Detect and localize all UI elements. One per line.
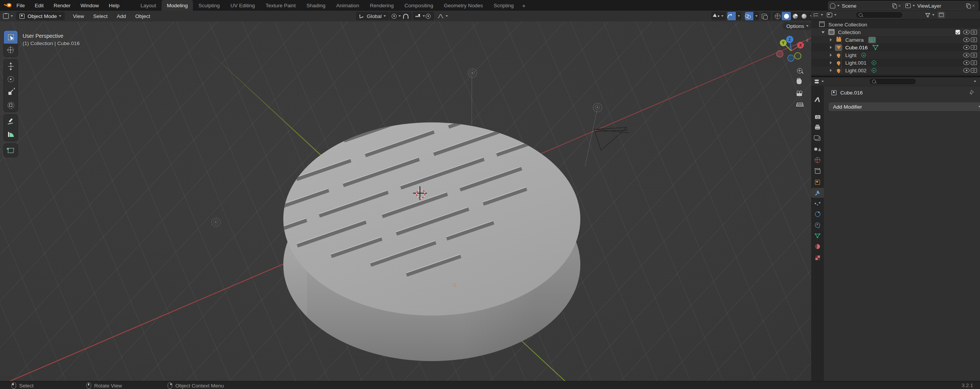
scene-name[interactable]: Scene [840,3,892,9]
shading-solid-button[interactable] [782,12,791,20]
outliner-filter-mode-dropdown[interactable] [827,13,836,17]
breadcrumb-object-name[interactable]: Cube.016 [840,90,863,96]
menu-render[interactable]: Render [49,0,75,11]
pin-icon[interactable] [970,90,975,95]
properties-options-dropdown[interactable] [974,81,976,82]
editor-type-button[interactable] [3,13,13,19]
tab-collection[interactable] [811,166,824,176]
workspace-tab-animation[interactable]: Animation [331,0,364,11]
tab-view-layer[interactable] [811,133,824,143]
gizmo-settings-dropdown[interactable] [736,12,742,20]
viewlayer-name[interactable]: ViewLayer [915,3,966,9]
outliner-row-scene-collection[interactable]: Scene Collection [811,21,980,28]
remove-viewlayer-icon[interactable]: × [970,3,977,9]
3d-viewport[interactable]: User Perspective (1) Collection | Cube.0… [0,21,811,381]
workspace-tab-geometry-nodes[interactable]: Geometry Nodes [439,0,488,11]
tab-material[interactable] [811,241,824,251]
toggle-orthographic-icon[interactable] [797,102,804,109]
zoom-view-icon[interactable] [797,68,805,76]
disclosure-icon[interactable] [830,61,832,64]
shading-wireframe-button[interactable] [773,12,782,20]
disable-render-icon[interactable] [971,45,977,50]
light-object[interactable] [211,218,220,227]
hide-eye-icon[interactable] [963,37,970,42]
gizmo-neg-x-axis[interactable] [777,51,783,57]
overlays-settings-dropdown[interactable] [753,12,759,20]
tab-tool[interactable] [811,94,824,104]
tab-modifiers[interactable] [811,188,824,198]
show-overlays-toggle[interactable] [745,12,753,20]
outliner-row-camera[interactable]: Camera [811,36,980,44]
menu-window[interactable]: Window [75,0,104,11]
gizmo-neg-y-axis[interactable] [795,53,801,59]
disclosure-icon[interactable] [830,38,832,41]
outliner-display-mode-dropdown[interactable] [814,13,823,17]
disable-render-icon[interactable] [971,60,977,65]
tab-output[interactable] [811,123,824,133]
tool-select-box[interactable] [4,31,18,44]
menu-object[interactable]: Object [131,13,155,19]
outliner-row-light-002[interactable]: Light.002 [811,67,980,74]
new-viewlayer-icon[interactable] [966,3,970,8]
show-gizmo-toggle[interactable] [727,12,736,20]
properties-editor-type-dropdown[interactable] [815,80,824,84]
tab-particles[interactable] [811,199,824,208]
workspace-tab-compositing[interactable]: Compositing [399,0,438,11]
properties-search-input[interactable] [869,78,916,85]
tool-add-primitive[interactable]: + [4,144,18,157]
menu-file[interactable]: File [11,0,30,11]
outliner-row-collection[interactable]: Collection [811,28,980,36]
pivot-point-dropdown[interactable] [389,12,403,20]
mode-dropdown[interactable]: Object Mode [16,12,65,20]
outliner-row-light-001[interactable]: Light.001 [811,59,980,67]
tab-scene[interactable] [811,144,824,154]
snap-settings-dropdown[interactable] [413,12,427,20]
tab-world[interactable] [811,155,824,165]
shading-material-button[interactable] [791,12,800,20]
hide-eye-icon[interactable] [963,45,970,50]
outliner-row-light[interactable]: Light [811,51,980,59]
tab-texture[interactable] [811,253,824,263]
proportional-falloff-dropdown[interactable] [435,12,450,20]
menu-add[interactable]: Add [112,13,131,19]
add-workspace-button[interactable]: + [519,2,529,9]
menu-view[interactable]: View [69,13,89,19]
disclosure-open-icon[interactable] [822,31,825,33]
camera-object[interactable] [590,124,632,155]
transform-orientation-dropdown[interactable]: Global [356,12,389,20]
tool-annotate[interactable] [4,115,18,128]
workspace-tab-rendering[interactable]: Rendering [364,0,399,11]
light-object[interactable] [468,68,477,78]
menu-select[interactable]: Select [89,13,113,19]
viewlayer-selector[interactable]: ViewLayer × [903,1,978,10]
add-modifier-dropdown[interactable]: Add Modifier [829,103,980,111]
outliner-search-input[interactable] [856,11,903,18]
hide-eye-icon[interactable] [963,68,970,73]
disclosure-icon[interactable] [830,69,832,72]
new-scene-icon[interactable] [892,3,897,8]
disable-render-icon[interactable] [971,30,977,34]
cube-016-object[interactable] [283,122,580,361]
shading-rendered-button[interactable] [800,12,808,20]
tab-object[interactable] [811,177,824,187]
unlink-scene-icon[interactable]: × [897,3,903,9]
camera-view-icon[interactable] [797,91,804,98]
tool-transform[interactable] [4,99,18,112]
proportional-editing-toggle[interactable] [426,12,434,20]
disclosure-icon[interactable] [830,54,832,57]
xray-toggle[interactable] [762,12,771,20]
disable-render-icon[interactable] [971,68,977,73]
workspace-tab-layout[interactable]: Layout [135,0,162,11]
hide-eye-icon[interactable] [963,60,970,65]
tool-cursor[interactable] [4,44,18,57]
tab-constraints[interactable] [811,220,824,230]
hide-eye-icon[interactable] [963,30,970,34]
tab-physics[interactable] [811,209,824,219]
menu-help[interactable]: Help [104,0,124,11]
gizmo-neg-z-axis[interactable] [788,55,794,62]
collection-checkbox[interactable] [956,30,960,34]
tab-render[interactable] [811,112,824,122]
pan-view-icon[interactable] [797,79,804,87]
object-visibility-dropdown[interactable] [711,12,726,20]
hide-eye-icon[interactable] [963,53,970,57]
